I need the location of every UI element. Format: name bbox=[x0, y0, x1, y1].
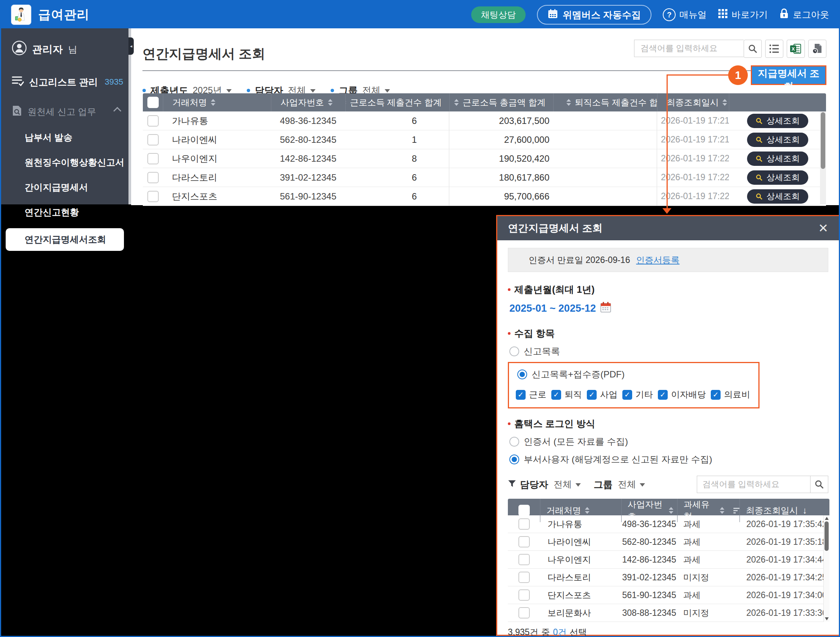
checkbox-medical[interactable]: ✓의료비 bbox=[711, 389, 750, 400]
row-checkbox[interactable] bbox=[518, 518, 530, 530]
collect-highlight-box: 신고목록+접수증(PDF) ✓근로 ✓퇴직 ✓사업 ✓기타 ✓이자배당 ✓의료비 bbox=[508, 362, 759, 408]
row-checkbox[interactable] bbox=[147, 153, 159, 164]
collect-section-label: 수집 항목 bbox=[508, 327, 828, 340]
detail-view-button[interactable]: 상세조회 bbox=[747, 151, 808, 166]
checkbox-work[interactable]: ✓근로 bbox=[516, 389, 546, 400]
sidebar-item-withholding-report[interactable]: 원천징수이행상황신고서 bbox=[25, 156, 128, 169]
col-header-last-viewed[interactable]: 최종조회일시 bbox=[657, 93, 729, 112]
row-checkbox[interactable] bbox=[147, 172, 159, 183]
user-suffix: 님 bbox=[68, 43, 77, 55]
radio-icon[interactable] bbox=[509, 347, 519, 356]
checkbox-icon: ✓ bbox=[711, 390, 721, 400]
modal-table-header-row: 거래처명 사업자번호 과세유형 최종조회일시↓ bbox=[508, 499, 829, 516]
radio-report-list-receipt[interactable]: 신고목록+접수증(PDF) bbox=[516, 368, 750, 380]
manual-button[interactable]: ? 매뉴얼 bbox=[663, 8, 707, 21]
logout-button[interactable]: 로그아웃 bbox=[779, 8, 829, 21]
table-row: 나라이엔씨 562-80-12345 1 27,600,000 2026-01-… bbox=[143, 130, 826, 149]
radio-certificate-login[interactable]: 인증서 (모든 자료를 수집) bbox=[508, 436, 828, 448]
col-header-client[interactable]: 거래처명 bbox=[163, 93, 271, 112]
bullet-icon bbox=[142, 89, 146, 92]
sidebar-item-report-list[interactable]: 신고리스트 관리 3935 bbox=[12, 76, 128, 88]
radio-icon[interactable] bbox=[509, 454, 519, 464]
report-list-label: 신고리스트 관리 bbox=[29, 76, 98, 88]
table-row: 다라스토리 391-02-12345 6 180,617,860 2026-01… bbox=[143, 168, 826, 187]
radio-department-user-login[interactable]: 부서사용자 (해당계정으로 신고된 자료만 수집) bbox=[508, 453, 828, 465]
table-row: 단지스포츠 561-90-12345 6 95,700,666 2026-01-… bbox=[143, 187, 826, 206]
detail-view-button[interactable]: 상세조회 bbox=[747, 170, 808, 185]
scrollbar-thumb[interactable] bbox=[824, 521, 829, 551]
close-icon[interactable]: ✕ bbox=[818, 222, 828, 234]
row-checkbox[interactable] bbox=[518, 607, 530, 618]
col-header-work-count[interactable]: 근로소득 제출건수 합계 bbox=[345, 93, 449, 112]
sort-icon bbox=[720, 507, 725, 514]
row-checkbox[interactable] bbox=[518, 554, 530, 565]
question-circle-icon: ? bbox=[663, 8, 676, 21]
certificate-register-link[interactable]: 인증서등록 bbox=[636, 254, 679, 266]
row-checkbox[interactable] bbox=[518, 590, 530, 601]
calendar-icon[interactable] bbox=[600, 301, 612, 316]
detail-view-button[interactable]: 상세조회 bbox=[747, 132, 808, 147]
modal-table-row: 단지스포츠 561-90-12345 과세 2026-01-19 17:34:0… bbox=[508, 587, 829, 604]
checkbox-retirement[interactable]: ✓퇴직 bbox=[551, 389, 582, 400]
logout-label: 로그아웃 bbox=[793, 9, 829, 21]
checkbox-interest-dividend[interactable]: ✓이자배당 bbox=[658, 389, 706, 400]
sidebar-item-annual-status[interactable]: 연간신고현황 bbox=[25, 206, 128, 218]
step-1-badge: 1 bbox=[728, 65, 748, 85]
sidebar-item-payment-notice[interactable]: 납부서 발송 bbox=[25, 131, 128, 143]
query-statement-button[interactable]: 지급명세서 조회 bbox=[751, 65, 826, 85]
required-dot-icon bbox=[508, 332, 510, 335]
selection-summary: 3,935건 중 0건 선택 bbox=[508, 626, 828, 637]
sidebar-section-withholding[interactable]: 원천세 신고 업무 bbox=[12, 105, 128, 119]
table-scrollbar[interactable] bbox=[820, 112, 826, 204]
row-checkbox[interactable] bbox=[518, 572, 530, 583]
sidebar-item-simple-statement[interactable]: 간이지급명세서 bbox=[25, 181, 128, 194]
scroll-up-icon[interactable] bbox=[825, 517, 829, 520]
search-button[interactable] bbox=[744, 40, 762, 58]
list-view-icon bbox=[769, 44, 780, 54]
modal-search-input[interactable] bbox=[697, 476, 810, 493]
required-dot-icon bbox=[508, 423, 510, 425]
modal-select-all-checkbox[interactable] bbox=[518, 505, 530, 516]
sidebar-collapse-handle[interactable]: ◂ bbox=[128, 38, 134, 55]
auto-collect-button[interactable]: 위멤버스 자동수집 bbox=[537, 5, 651, 25]
col-header-bizno[interactable]: 사업자번호 bbox=[271, 93, 345, 112]
required-dot-icon bbox=[508, 288, 510, 291]
shortcuts-button[interactable]: 바로가기 bbox=[718, 9, 768, 21]
chevron-down-icon bbox=[226, 89, 232, 93]
sort-icon bbox=[723, 99, 727, 106]
excel-export-button[interactable]: X bbox=[787, 40, 805, 58]
scroll-down-icon[interactable] bbox=[825, 617, 829, 620]
row-checkbox[interactable] bbox=[518, 536, 530, 547]
radio-icon[interactable] bbox=[517, 369, 527, 379]
row-checkbox[interactable] bbox=[147, 191, 159, 202]
group-filter-value[interactable]: 전체 bbox=[618, 478, 636, 490]
scrollbar-thumb[interactable] bbox=[821, 112, 825, 169]
period-range[interactable]: 2025-01 ~ 2025-12 bbox=[508, 301, 828, 316]
detail-view-button[interactable]: 상세조회 bbox=[747, 189, 808, 203]
detail-view-button[interactable]: 상세조회 bbox=[747, 114, 808, 128]
checkbox-business[interactable]: ✓사업 bbox=[587, 389, 617, 400]
magnifier-icon bbox=[755, 117, 763, 125]
grid-shortcut-icon bbox=[718, 9, 728, 21]
row-checkbox[interactable] bbox=[147, 134, 159, 145]
select-all-checkbox[interactable] bbox=[147, 97, 159, 108]
radio-report-list[interactable]: 신고목록 bbox=[508, 345, 828, 358]
chat-support-button[interactable]: 채팅상담 bbox=[471, 6, 526, 23]
modal-search-button[interactable] bbox=[810, 476, 828, 493]
shortcuts-label: 바로가기 bbox=[731, 9, 768, 21]
list-view-button[interactable] bbox=[765, 40, 783, 58]
history-button[interactable] bbox=[808, 40, 826, 58]
magnifier-icon bbox=[814, 479, 824, 489]
checkbox-icon: ✓ bbox=[516, 390, 526, 400]
modal-table-scrollbar[interactable] bbox=[823, 516, 829, 622]
col-header-work-total[interactable]: 근로소득 총금액 합계 bbox=[449, 93, 553, 112]
sidebar-item-annual-statement-query[interactable]: 연간지급명세서조회 bbox=[6, 228, 124, 251]
sort-icon bbox=[567, 99, 571, 106]
checkbox-other[interactable]: ✓기타 bbox=[622, 389, 653, 400]
row-checkbox[interactable] bbox=[147, 115, 159, 126]
manager-filter-value[interactable]: 전체 bbox=[554, 478, 572, 490]
col-header-retire-count[interactable]: 퇴직소득 제출건수 합계 bbox=[553, 93, 657, 112]
search-input[interactable] bbox=[634, 40, 744, 57]
annotation-connector-line bbox=[666, 74, 668, 209]
radio-icon[interactable] bbox=[509, 437, 519, 446]
